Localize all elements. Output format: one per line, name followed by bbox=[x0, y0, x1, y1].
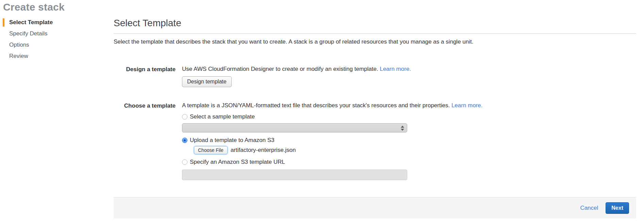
next-button[interactable]: Next bbox=[606, 202, 629, 214]
content-wrap: Select Template Specify Details Options … bbox=[0, 18, 644, 219]
sidebar-item-select-template[interactable]: Select Template bbox=[3, 18, 114, 27]
choose-template-section: Choose a template A template is a JSON/Y… bbox=[114, 102, 636, 180]
wizard-footer: Cancel Next bbox=[114, 197, 636, 219]
s3-url-option: Specify an Amazon S3 template URL bbox=[182, 159, 636, 165]
choose-template-text: A template is a JSON/YAML-formatted text… bbox=[182, 102, 450, 109]
heading-divider bbox=[114, 33, 636, 34]
design-learn-more-link[interactable]: Learn more. bbox=[380, 66, 411, 72]
sample-template-option: Select a sample template bbox=[182, 113, 636, 120]
sidebar-item-options[interactable]: Options bbox=[3, 41, 114, 49]
choose-learn-more-link[interactable]: Learn more. bbox=[451, 102, 483, 109]
file-upload-row: Choose File artifactory-enterprise.json bbox=[194, 146, 636, 154]
sidebar-item-review[interactable]: Review bbox=[3, 52, 114, 60]
s3-url-radio[interactable] bbox=[182, 159, 187, 165]
create-stack-page: Create stack Select Template Specify Det… bbox=[0, 0, 644, 219]
s3-url-radio-label: Specify an Amazon S3 template URL bbox=[190, 159, 285, 165]
sample-template-select[interactable] bbox=[182, 123, 407, 132]
upload-template-radio-label: Upload a template to Amazon S3 bbox=[190, 137, 275, 144]
choose-file-button[interactable]: Choose File bbox=[194, 146, 228, 154]
design-template-section: Design a template Use AWS CloudFormation… bbox=[114, 66, 636, 87]
upload-template-option: Upload a template to Amazon S3 bbox=[182, 137, 636, 144]
section-description: Select the template that describes the s… bbox=[114, 38, 636, 45]
wizard-steps-sidebar: Select Template Specify Details Options … bbox=[0, 18, 114, 219]
select-stepper-icon bbox=[400, 125, 405, 131]
upload-template-radio[interactable] bbox=[182, 138, 187, 143]
choose-template-label: Choose a template bbox=[114, 102, 176, 109]
cancel-button[interactable]: Cancel bbox=[580, 205, 598, 211]
sample-template-radio-label: Select a sample template bbox=[190, 113, 255, 120]
sample-template-radio[interactable] bbox=[182, 114, 187, 120]
design-template-label: Design a template bbox=[114, 66, 176, 73]
s3-url-input[interactable] bbox=[182, 170, 407, 180]
sidebar-item-specify-details[interactable]: Specify Details bbox=[3, 30, 114, 38]
design-template-text: Use AWS CloudFormation Designer to creat… bbox=[182, 66, 378, 72]
page-title: Create stack bbox=[0, 0, 644, 13]
design-template-button[interactable]: Design template bbox=[182, 76, 232, 87]
main-panel: Select Template Select the template that… bbox=[114, 18, 636, 219]
section-heading: Select Template bbox=[114, 18, 636, 29]
uploaded-file-name: artifactory-enterprise.json bbox=[231, 147, 296, 154]
